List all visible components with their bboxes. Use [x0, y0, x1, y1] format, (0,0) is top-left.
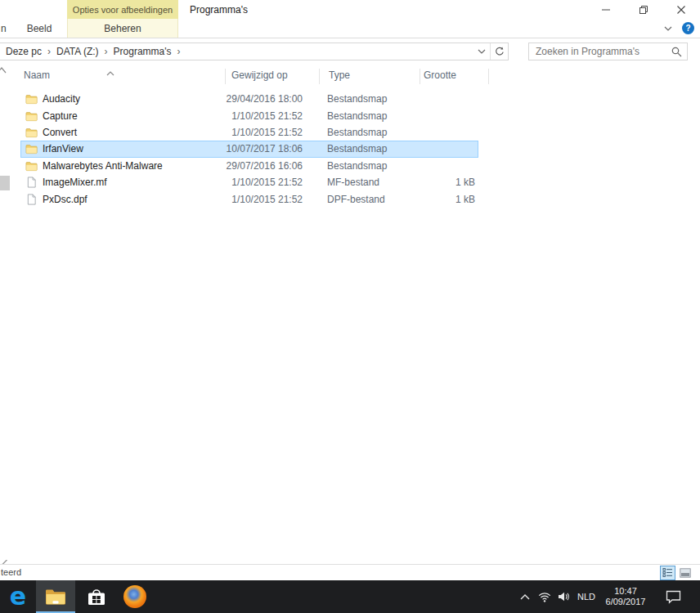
- file-name: ImageMixer.mf: [43, 177, 107, 188]
- windows-store-icon: [86, 587, 107, 606]
- file-type: Bestandsmap: [327, 110, 442, 122]
- file-name-cell: Convert: [20, 127, 225, 138]
- file-modified: 10/07/2017 18:06: [225, 143, 303, 154]
- ribbon-tab-bar: n Beeld Beheren ?: [0, 19, 700, 38]
- minimize-icon: [602, 6, 610, 14]
- taskbar-edge-button[interactable]: e: [0, 580, 36, 613]
- file-type-icon: [25, 143, 38, 154]
- breadcrumb: Deze pc › DATA (Z:) › Programma's ›: [0, 46, 473, 57]
- breadcrumb-data-z[interactable]: DATA (Z:): [52, 46, 103, 57]
- address-dropdown-button[interactable]: [473, 43, 490, 60]
- help-icon[interactable]: ?: [682, 22, 694, 34]
- tray-clock[interactable]: 10:47 6/09/2017: [599, 580, 652, 613]
- file-row[interactable]: PxDsc.dpf 1/10/2015 21:52 DPF-bestand 1 …: [20, 190, 478, 207]
- tray-time: 10:47: [614, 586, 637, 597]
- breadcrumb-separator-icon: ›: [103, 46, 110, 57]
- taskbar-explorer-button-active[interactable]: [36, 580, 75, 613]
- tab-delen-clipped[interactable]: n: [1, 19, 9, 38]
- tray-action-center-button[interactable]: [659, 580, 687, 613]
- file-name-cell: Audacity: [20, 93, 225, 105]
- file-name: Convert: [43, 127, 77, 138]
- file-name-cell: Malwarebytes Anti-Malware: [20, 160, 225, 172]
- column-separator[interactable]: [225, 69, 226, 84]
- column-separator[interactable]: [420, 69, 420, 84]
- taskbar: e NLD 10:47 6/09/2017: [0, 580, 700, 613]
- edge-icon: e: [10, 584, 26, 609]
- chevron-up-icon: [520, 594, 530, 600]
- file-list-rows: Audacity 29/04/2016 18:00 Bestandsmap Ca…: [20, 91, 478, 208]
- file-name-cell: IrfanView: [20, 143, 225, 154]
- file-name-cell: ImageMixer.mf: [20, 177, 225, 188]
- refresh-button[interactable]: [490, 43, 508, 60]
- file-type-icon: [25, 127, 38, 138]
- thumbnails-view-icon: [680, 568, 691, 578]
- tab-beheren[interactable]: Beheren: [67, 19, 178, 38]
- search-icon: [671, 47, 682, 57]
- search-box[interactable]: Zoeken in Programma's: [528, 43, 688, 60]
- status-text-clipped: teerd: [1, 567, 21, 577]
- file-type-icon: [25, 93, 38, 105]
- search-button[interactable]: [666, 47, 687, 57]
- file-type: MF-bestand: [327, 177, 442, 188]
- details-view-button[interactable]: [660, 566, 675, 580]
- details-view-icon: [662, 567, 673, 578]
- file-name-cell: PxDsc.dpf: [20, 194, 225, 205]
- navigation-row: Deze pc › DATA (Z:) › Programma's › Zoek…: [0, 39, 700, 64]
- restore-button[interactable]: [625, 0, 662, 19]
- chevron-down-icon: [478, 49, 486, 54]
- file-row[interactable]: Audacity 29/04/2016 18:00 Bestandsmap: [20, 91, 478, 107]
- refresh-icon: [495, 47, 505, 56]
- close-button[interactable]: [662, 0, 700, 19]
- file-name: Capture: [43, 110, 78, 122]
- address-bar[interactable]: Deze pc › DATA (Z:) › Programma's ›: [0, 43, 509, 60]
- file-name: IrfanView: [43, 143, 83, 154]
- tray-show-hidden-icons-button[interactable]: [517, 580, 533, 613]
- file-row[interactable]: Convert 1/10/2015 21:52 Bestandsmap: [20, 124, 478, 141]
- file-name: Audacity: [43, 93, 80, 105]
- minimize-button[interactable]: [587, 0, 625, 19]
- file-row[interactable]: IrfanView 10/07/2017 18:06 Bestandsmap: [20, 141, 478, 157]
- column-header-type[interactable]: Type: [329, 69, 350, 81]
- firefox-icon: [123, 585, 146, 608]
- taskbar-firefox-button[interactable]: [116, 580, 154, 613]
- column-header-naam[interactable]: Naam: [24, 69, 50, 81]
- file-explorer-icon: [44, 588, 67, 606]
- breadcrumb-programmas[interactable]: Programma's: [110, 46, 176, 57]
- file-modified: 1/10/2015 21:52: [225, 194, 303, 205]
- screen: Opties voor afbeeldingen Programma's n B…: [0, 0, 700, 613]
- file-list-pane: Naam Gewijzigd op Type Grootte Audacity …: [0, 64, 700, 564]
- column-header-gewijzigd-op[interactable]: Gewijzigd op: [231, 69, 288, 81]
- window-title: Programma's: [190, 0, 248, 19]
- breadcrumb-deze-pc[interactable]: Deze pc: [2, 46, 46, 57]
- title-bar: Opties voor afbeeldingen Programma's: [0, 0, 700, 19]
- ribbon-collapse-button[interactable]: [662, 25, 674, 33]
- file-modified: 1/10/2015 21:52: [225, 177, 303, 188]
- thumbnails-view-button[interactable]: [677, 566, 693, 580]
- search-placeholder: Zoeken in Programma's: [529, 46, 666, 57]
- file-modified: 29/04/2016 18:00: [225, 93, 303, 105]
- sort-ascending-icon: [106, 65, 114, 79]
- column-separator[interactable]: [488, 69, 489, 84]
- tray-volume-button[interactable]: [554, 580, 572, 613]
- speaker-icon: [558, 592, 570, 602]
- file-modified: 1/10/2015 21:52: [225, 127, 303, 138]
- column-separator[interactable]: [319, 69, 320, 84]
- file-type-icon: [25, 177, 38, 188]
- file-type: DPF-bestand: [327, 194, 442, 205]
- view-switcher: [660, 565, 693, 580]
- clipped-nav-scrollbar-thumb[interactable]: [0, 176, 10, 190]
- file-type: Bestandsmap: [327, 93, 442, 105]
- tab-beeld[interactable]: Beeld: [16, 19, 62, 38]
- file-row[interactable]: Malwarebytes Anti-Malware 29/07/2016 16:…: [20, 158, 478, 174]
- tray-network-button[interactable]: [536, 580, 554, 613]
- contextual-tab-group-header[interactable]: Opties voor afbeeldingen: [67, 0, 178, 19]
- column-header-grootte[interactable]: Grootte: [424, 69, 456, 81]
- tray-date: 6/09/2017: [606, 597, 646, 607]
- file-row[interactable]: ImageMixer.mf 1/10/2015 21:52 MF-bestand…: [20, 174, 478, 190]
- tray-language-indicator[interactable]: NLD: [573, 580, 599, 613]
- clipped-nav-chevron-icon: [0, 62, 7, 77]
- taskbar-store-button[interactable]: [79, 580, 114, 613]
- file-row[interactable]: Capture 1/10/2015 21:52 Bestandsmap: [20, 107, 478, 123]
- chevron-down-icon: [664, 26, 672, 31]
- file-type-icon: [25, 194, 38, 205]
